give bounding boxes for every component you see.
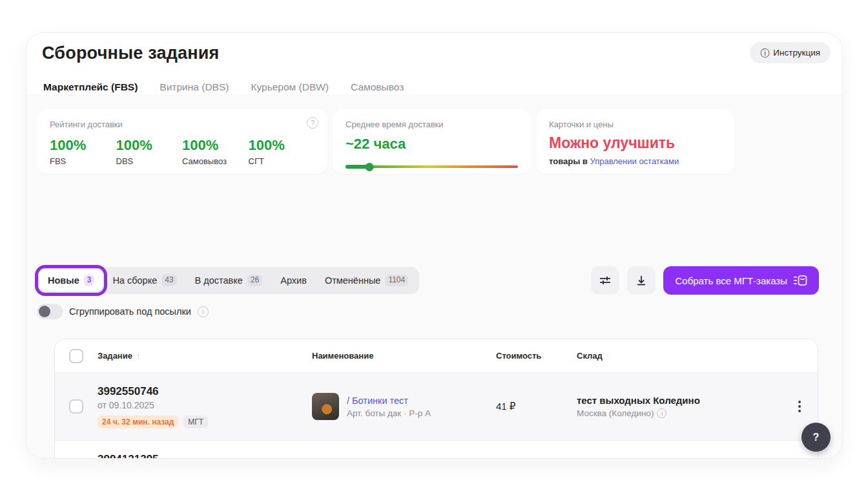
rating-value: 100% <box>249 137 315 154</box>
column-warehouse: Склад <box>577 351 781 361</box>
warehouse-info-icon[interactable]: i <box>657 408 666 418</box>
delivery-time-gauge <box>346 163 518 171</box>
collect-button-label: Собрать все МГТ-заказы <box>675 275 787 286</box>
delivery-time-title: Среднее время доставки <box>346 120 518 129</box>
toggle-knob <box>39 306 50 317</box>
page-title: Сборочные задания <box>42 43 827 63</box>
cards-prices-status: Можно улучшить <box>549 134 721 152</box>
rating-value: 100% <box>50 137 116 154</box>
group-parcels-toggle[interactable] <box>37 304 63 319</box>
subtab-assembling[interactable]: На сборке 43 <box>104 269 185 291</box>
filters-button[interactable] <box>591 266 619 295</box>
rating-label: Самовывоз <box>182 156 249 166</box>
sort-asc-icon: ↑ <box>136 351 141 361</box>
sliders-icon <box>599 274 612 287</box>
task-id: 3994121395 <box>98 453 312 459</box>
column-name: Наименование <box>312 351 496 361</box>
cards-prices-title: Карточки и цены <box>549 120 721 129</box>
instruction-button[interactable]: ⓘ Инструкция <box>750 42 831 63</box>
group-parcels-row: Сгруппировать под посылки i <box>37 304 209 319</box>
cards-prices-sub: товары в Управлении остатками <box>549 156 721 166</box>
subtab-count-badge: 1104 <box>385 275 408 286</box>
subtab-cancelled[interactable]: Отменённые 1104 <box>316 269 417 291</box>
rating-dbs: 100% DBS <box>116 137 183 166</box>
rating-label: СГТ <box>249 156 315 166</box>
row-menu-button[interactable] <box>794 397 805 416</box>
warehouse-name: тест выходных Коледино <box>577 395 781 406</box>
price-value: 41 ₽ <box>496 401 515 412</box>
table-toolbar: Собрать все МГТ-заказы <box>591 266 819 295</box>
download-button[interactable] <box>627 266 656 295</box>
group-parcels-label: Сгруппировать под посылки <box>69 306 191 317</box>
row-checkbox[interactable] <box>69 399 83 414</box>
product-thumbnail[interactable] <box>312 393 339 420</box>
subtab-label: Отменённые <box>325 275 381 286</box>
collect-mgt-orders-button[interactable]: Собрать все МГТ-заказы <box>663 266 819 295</box>
column-price: Стоимость <box>496 351 577 361</box>
panel-content: Рейтинги доставки ? 100% FBS 100% DBS 10… <box>26 94 842 458</box>
subtab-delivering[interactable]: В доставке 26 <box>187 269 271 291</box>
stats-row: Рейтинги доставки ? 100% FBS 100% DBS 10… <box>37 109 734 174</box>
rating-fbs: 100% FBS <box>50 137 116 166</box>
column-task-label: Задание <box>98 351 132 361</box>
support-help-button[interactable]: ? <box>801 423 831 452</box>
tasks-table: Задание↑ Наименование Стоимость Склад 39… <box>54 339 818 459</box>
task-cell: 3994121395 от 09.10.2025 18 ч. 14 мин. н… <box>98 453 312 459</box>
subtab-label: Новые <box>48 275 79 286</box>
help-icon[interactable]: ? <box>307 117 318 129</box>
warehouse-location: Москва (Коледино) <box>577 408 654 418</box>
table-row: 3992550746 от 09.10.2025 24 ч. 32 мин. н… <box>55 373 818 441</box>
panel-header: Сборочные задания ⓘ Инструкция Маркетпле… <box>26 33 842 102</box>
cards-prices-card: Карточки и цены Можно улучшить товары в … <box>536 109 734 174</box>
rating-value: 100% <box>116 137 183 154</box>
rating-label: FBS <box>50 156 116 166</box>
package-list-icon <box>793 275 807 286</box>
gauge-knob <box>366 163 374 171</box>
status-filter-tabs: Новые 3 На сборке 43 В доставке 26 Архив <box>37 267 419 293</box>
subtab-label: Архив <box>280 275 307 286</box>
subtab-count-badge: 3 <box>84 275 95 286</box>
subtab-count-badge: 43 <box>161 275 176 286</box>
rating-pickup: 100% Самовывоз <box>182 137 249 166</box>
age-badge: 24 ч. 32 мин. назад <box>98 416 178 428</box>
ratings-values: 100% FBS 100% DBS 100% Самовывоз 100% <box>50 137 315 166</box>
delivery-ratings-card: Рейтинги доставки ? 100% FBS 100% DBS 10… <box>37 109 327 174</box>
status-filter-row: Новые 3 На сборке 43 В доставке 26 Архив <box>37 266 819 295</box>
info-icon: ⓘ <box>760 48 769 58</box>
table-row: 3994121395 от 09.10.2025 18 ч. 14 мин. н… <box>55 441 818 459</box>
task-cell: 3992550746 от 09.10.2025 24 ч. 32 мин. н… <box>98 385 312 428</box>
subtab-archive[interactable]: Архив <box>272 270 315 291</box>
rating-value: 100% <box>182 137 249 154</box>
subtab-new[interactable]: Новые 3 <box>39 269 103 291</box>
group-parcels-info-icon[interactable]: i <box>198 306 209 317</box>
product-article: Арт. боты дак · Р-р А <box>347 408 431 418</box>
delivery-time-card: Среднее время доставки ~22 часа <box>333 109 531 174</box>
rating-sgt: 100% СГТ <box>249 137 315 166</box>
download-icon <box>635 274 648 287</box>
instruction-label: Инструкция <box>773 48 820 58</box>
task-date: от 09.10.2025 <box>98 400 312 410</box>
product-cell: / Ботинки тест Арт. боты дак · Р-р А <box>312 393 496 420</box>
delivery-time-value: ~22 часа <box>346 136 518 153</box>
task-id: 3992550746 <box>98 385 312 398</box>
assembly-tasks-panel: Сборочные задания ⓘ Инструкция Маркетпле… <box>26 32 843 459</box>
subtab-label: На сборке <box>112 275 157 286</box>
warehouse-cell: тест выходных Коледино Москва (Коледино)… <box>577 395 781 418</box>
page: Сборочные задания ⓘ Инструкция Маркетпле… <box>0 0 868 495</box>
table-header: Задание↑ Наименование Стоимость Склад <box>55 339 818 373</box>
subtab-label: В доставке <box>195 275 243 286</box>
subtab-count-badge: 26 <box>247 275 262 286</box>
mgt-badge: МГТ <box>183 416 208 428</box>
stock-management-link[interactable]: Управлении остатками <box>590 156 679 166</box>
select-all-checkbox[interactable] <box>69 349 83 363</box>
cards-prices-sub-prefix: товары в <box>549 156 588 166</box>
rating-label: DBS <box>116 156 183 166</box>
column-task[interactable]: Задание↑ <box>98 351 312 361</box>
ratings-title: Рейтинги доставки <box>50 120 315 129</box>
product-link[interactable]: / Ботинки тест <box>347 395 431 406</box>
